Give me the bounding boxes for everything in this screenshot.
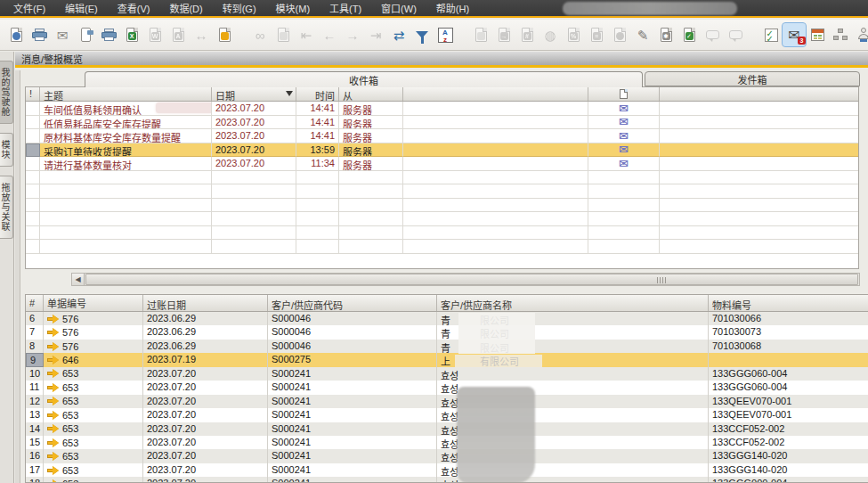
gross-profit-icon[interactable]: %: [562, 23, 585, 46]
row-number[interactable]: 10: [26, 367, 44, 381]
tab-outbox[interactable]: 发件箱: [645, 71, 860, 86]
fax-icon[interactable]: [97, 23, 120, 46]
copy-document-icon[interactable]: [469, 23, 492, 46]
row-number[interactable]: 6: [26, 312, 44, 325]
link-arrow-icon[interactable]: [47, 315, 59, 323]
row-number[interactable]: 16: [26, 449, 44, 463]
calendar-icon[interactable]: [806, 23, 829, 46]
document-settings-icon[interactable]: ✱: [654, 23, 677, 46]
doc-no-cell[interactable]: 653: [44, 477, 143, 483]
doc-no-cell[interactable]: 653: [44, 395, 143, 408]
row-number[interactable]: 9: [26, 353, 44, 366]
message-attachment-cell[interactable]: ✉: [588, 116, 660, 130]
inbox-row-4[interactable]: 采购订单待收货提醒2023.07.2013:59服务器✉: [26, 143, 858, 158]
doc-no-cell[interactable]: 576: [44, 312, 143, 325]
window-title-bar[interactable]: 消息/警报概览: [15, 52, 868, 68]
link-arrow-icon[interactable]: [47, 438, 59, 446]
message-attachment-cell[interactable]: ✉: [588, 143, 660, 158]
inbox-col-time[interactable]: 时间: [296, 87, 339, 101]
print-icon[interactable]: [28, 23, 51, 46]
menu-item-3[interactable]: 查看(V): [108, 0, 160, 17]
row-number[interactable]: 17: [26, 463, 44, 477]
previous-record-icon[interactable]: ←: [318, 23, 341, 46]
checklist-icon[interactable]: ✓✓: [759, 23, 783, 46]
menu-item-4[interactable]: 数据(D): [159, 0, 212, 17]
journal-entry-icon[interactable]: #: [515, 23, 539, 46]
inbox-col-from[interactable]: 从: [339, 87, 403, 101]
detail-row-17[interactable]: 176532023.07.20S000241효성133GGG140-020: [26, 463, 868, 477]
payment-terms-icon[interactable]: ≡: [585, 23, 608, 46]
doc-no-cell[interactable]: 653: [44, 381, 143, 394]
envelope-icon[interactable]: ✉: [619, 102, 629, 114]
detail-col-doc-no[interactable]: 单据编号: [44, 295, 143, 311]
inbox-col-attachment[interactable]: [588, 87, 660, 101]
sidebar-tab-2[interactable]: 模块: [0, 133, 13, 167]
row-selector[interactable]: [26, 157, 40, 171]
scrollbar-thumb[interactable]: [85, 274, 858, 285]
inbox-row-5[interactable]: 请进行基体数量核对2023.07.2011:34服务器✉: [26, 157, 858, 171]
detail-row-7[interactable]: 75762023.06.29S000046青 限公司701030073: [26, 325, 868, 339]
first-record-icon[interactable]: ⇤: [295, 23, 318, 46]
envelope-icon[interactable]: ✉: [619, 130, 629, 142]
business-partner-icon[interactable]: [852, 23, 868, 46]
last-record-icon[interactable]: ⇥: [364, 23, 387, 46]
envelope-icon[interactable]: ✉: [619, 116, 629, 127]
detail-row-10[interactable]: 106532023.07.20S000241효성133GGG060-004: [26, 367, 868, 381]
detail-col-bp-name[interactable]: 客户/供应商名称: [437, 295, 709, 311]
doc-no-cell[interactable]: 653: [44, 408, 143, 422]
menu-item-1[interactable]: 文件(F): [4, 0, 55, 17]
row-number[interactable]: 18: [26, 477, 44, 483]
sort-table-icon[interactable]: Az: [434, 23, 457, 46]
detail-col-item-no[interactable]: 物料编号: [709, 295, 868, 311]
link-arrow-icon[interactable]: [47, 383, 59, 391]
menu-item-7[interactable]: 工具(T): [320, 0, 371, 17]
link-arrow-icon[interactable]: [47, 425, 59, 433]
detail-row-15[interactable]: 156532023.07.20S000241효성133CCF052-002: [26, 436, 868, 449]
link-arrow-icon[interactable]: [47, 342, 59, 350]
doc-no-cell[interactable]: 576: [44, 325, 143, 339]
export-word-icon[interactable]: W: [143, 23, 166, 46]
doc-no-cell[interactable]: 653: [44, 367, 143, 381]
row-number[interactable]: 14: [26, 422, 44, 436]
inbox-row-2[interactable]: 低值易耗品库安全库存提醒2023.07.2014:41服务器✉: [26, 116, 858, 130]
link-arrow-icon[interactable]: [47, 397, 59, 405]
detail-row-8[interactable]: 85762023.06.29S000046青 限公司701030068: [26, 340, 868, 353]
row-number[interactable]: 7: [26, 325, 44, 339]
detail-row-12[interactable]: 126532023.07.20S000241효성133QEEV070-001: [26, 395, 868, 408]
message-attachment-cell[interactable]: ✉: [588, 157, 660, 171]
sidebar-tab-1[interactable]: 我的驾驶舱: [0, 61, 13, 124]
link-arrow-icon[interactable]: [47, 453, 59, 461]
detail-row-16[interactable]: 166532023.07.20S000241효성133GGG140-020: [26, 449, 868, 463]
detail-col-index[interactable]: #: [26, 295, 44, 311]
menu-item-6[interactable]: 模块(M): [266, 0, 320, 17]
row-selector[interactable]: [26, 102, 40, 116]
menu-item-2[interactable]: 编辑(E): [55, 0, 108, 17]
export-pdf-icon[interactable]: A: [166, 23, 190, 46]
row-selector[interactable]: [26, 129, 40, 143]
horizontal-scrollbar[interactable]: ◀: [71, 273, 860, 286]
clipboard-icon[interactable]: [272, 23, 295, 46]
envelope-icon[interactable]: ✉: [619, 143, 629, 155]
doc-no-cell[interactable]: 653: [44, 463, 143, 477]
export-excel-icon[interactable]: X: [120, 23, 143, 46]
row-number[interactable]: 12: [26, 395, 44, 408]
scroll-left-button[interactable]: ◀: [72, 274, 85, 285]
org-chart-icon[interactable]: [829, 23, 852, 46]
detail-row-9[interactable]: 96462023.07.19S000275上 有限公司: [26, 353, 868, 366]
link-arrow-icon[interactable]: [47, 329, 59, 337]
refresh-icon[interactable]: ⇄: [387, 23, 410, 46]
message-attachment-cell[interactable]: ✉: [588, 102, 660, 116]
comment-icon[interactable]: [701, 23, 724, 46]
detail-col-posting-date[interactable]: 过账日期: [143, 295, 268, 311]
filter-icon[interactable]: [410, 23, 434, 46]
menu-item-5[interactable]: 转到(G): [213, 0, 266, 17]
tab-inbox[interactable]: 收件箱: [85, 71, 643, 87]
detail-row-18[interactable]: 186532023.07.20S000241효성133GGG000-004: [26, 477, 868, 483]
payment-means-icon[interactable]: ◍: [539, 23, 562, 46]
inbox-col-flag[interactable]: !: [26, 87, 40, 101]
row-selector[interactable]: [26, 143, 40, 158]
doc-no-cell[interactable]: 653: [44, 449, 143, 463]
detail-row-11[interactable]: 116532023.07.20S000241효성133GGG060-004: [26, 381, 868, 394]
message-attachment-cell[interactable]: ✉: [588, 129, 660, 143]
sms-message-icon[interactable]: [74, 23, 97, 46]
